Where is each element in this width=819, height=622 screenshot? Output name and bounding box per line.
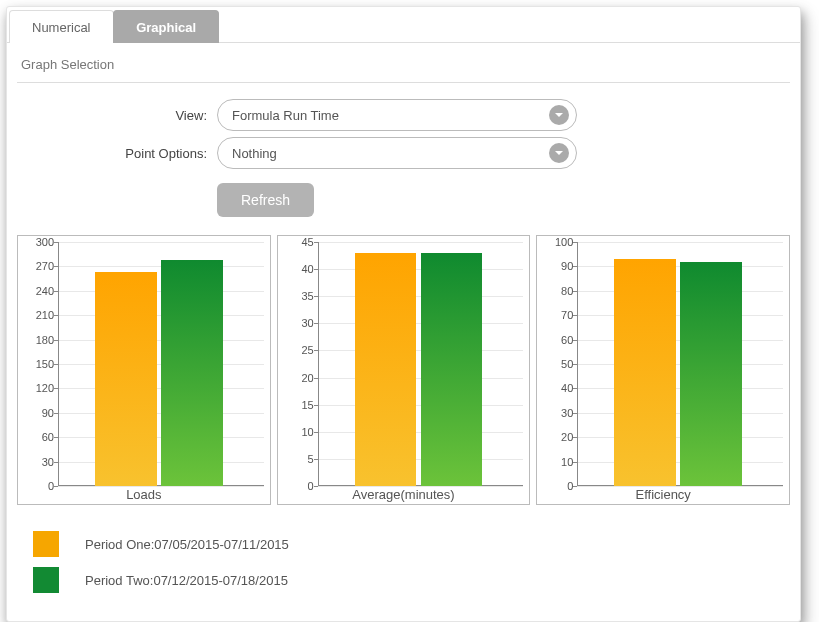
bar-period-two [161,260,223,486]
point-options-value: Nothing [217,137,577,169]
y-tick: 210 [22,309,54,321]
chart-average: 051015202530354045Average(minutes) [277,235,531,505]
x-label: Average(minutes) [278,487,530,502]
x-label: Efficiency [537,487,789,502]
graph-selection-form: View: Formula Run Time Point Options: No… [7,83,800,229]
y-tick: 80 [541,285,573,297]
x-label: Loads [18,487,270,502]
y-tick: 270 [22,260,54,272]
y-tick: 5 [282,453,314,465]
y-tick: 70 [541,309,573,321]
view-select[interactable]: Formula Run Time [217,99,577,131]
y-tick: 10 [282,426,314,438]
bar-period-two [421,253,483,486]
y-tick: 30 [282,317,314,329]
view-select-value: Formula Run Time [217,99,577,131]
bar-period-two [680,262,742,486]
point-options-label: Point Options: [21,146,217,161]
y-tick: 60 [541,334,573,346]
swatch-period2 [33,567,59,593]
chart-loads: 0306090120150180210240270300Loads [17,235,271,505]
y-tick: 35 [282,290,314,302]
charts: 0306090120150180210240270300Loads 051015… [7,235,800,505]
y-tick: 90 [22,407,54,419]
legend-label-period1: Period One:07/05/2015-07/11/2015 [85,537,289,552]
refresh-button[interactable]: Refresh [217,183,314,217]
bar-period-one [614,259,676,486]
legend: Period One:07/05/2015-07/11/2015 Period … [7,505,800,593]
y-tick: 25 [282,344,314,356]
tabs: Numerical Graphical [7,7,800,43]
y-tick: 150 [22,358,54,370]
point-options-select[interactable]: Nothing [217,137,577,169]
y-tick: 40 [541,382,573,394]
y-tick: 180 [22,334,54,346]
tab-graphical[interactable]: Graphical [113,10,219,43]
chevron-down-icon [549,143,569,163]
tab-numerical[interactable]: Numerical [9,10,114,43]
y-tick: 120 [22,382,54,394]
panel: Numerical Graphical Graph Selection View… [6,6,801,622]
y-tick: 10 [541,456,573,468]
y-tick: 90 [541,260,573,272]
legend-item-period1: Period One:07/05/2015-07/11/2015 [33,531,774,557]
legend-label-period2: Period Two:07/12/2015-07/18/2015 [85,573,288,588]
bar-period-one [355,253,417,486]
view-label: View: [21,108,217,123]
y-tick: 30 [541,407,573,419]
y-tick: 240 [22,285,54,297]
y-tick: 20 [541,431,573,443]
section-title: Graph Selection [7,43,800,82]
y-tick: 15 [282,399,314,411]
chevron-down-icon [549,105,569,125]
y-tick: 40 [282,263,314,275]
legend-item-period2: Period Two:07/12/2015-07/18/2015 [33,567,774,593]
y-tick: 50 [541,358,573,370]
y-tick: 20 [282,372,314,384]
y-tick: 30 [22,456,54,468]
y-tick: 60 [22,431,54,443]
swatch-period1 [33,531,59,557]
y-tick: 100 [541,236,573,248]
chart-efficiency: 0102030405060708090100Efficiency [536,235,790,505]
bar-period-one [95,272,157,486]
y-tick: 45 [282,236,314,248]
y-tick: 300 [22,236,54,248]
